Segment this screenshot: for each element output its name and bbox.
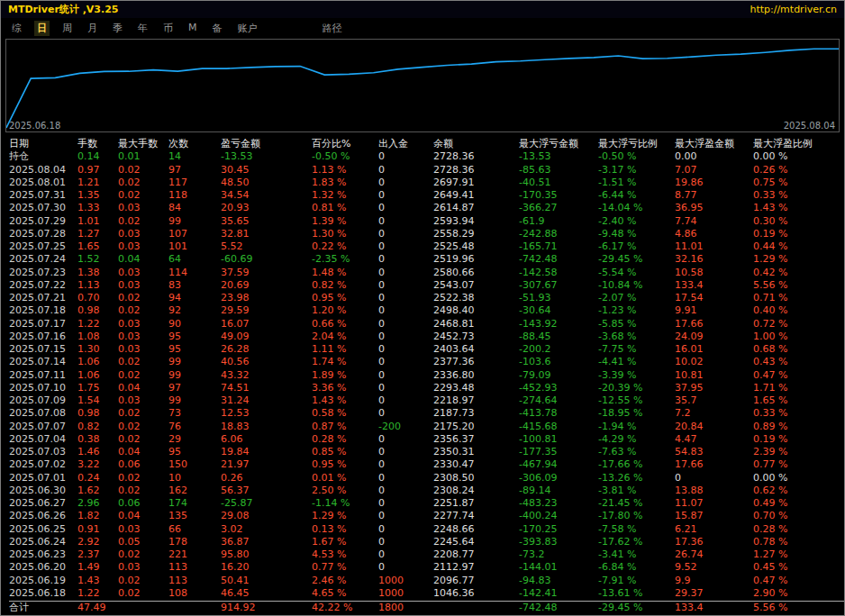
table-cell: -3.39 % xyxy=(598,369,675,382)
table-row[interactable]: 2025.07.031.460.049519.840.85 %02350.31-… xyxy=(9,446,844,458)
table-cell: 101 xyxy=(168,240,221,253)
table-row[interactable]: 2025.07.141.060.029940.561.74 %02377.36-… xyxy=(9,356,844,368)
menu-tab-4[interactable]: 季 xyxy=(110,21,125,36)
table-row[interactable]: 2025.07.311.350.0211834.541.32 %02649.41… xyxy=(9,189,844,202)
table-cell: 1.52 xyxy=(77,253,118,266)
table-cell: 107 xyxy=(168,228,221,240)
table-row[interactable]: 2025.07.281.270.0310732.811.30 %02558.29… xyxy=(9,228,844,240)
table-cell: 1.06 xyxy=(77,356,118,368)
table-row[interactable]: 2025.07.171.220.039016.070.66 %02468.81-… xyxy=(9,318,844,331)
table-row[interactable]: 2025.07.291.010.029935.651.39 %02593.94-… xyxy=(9,215,844,228)
table-cell: 持仓 xyxy=(9,150,77,163)
menu-tab-1[interactable]: 日 xyxy=(34,21,50,36)
table-cell: 2525.48 xyxy=(433,240,519,253)
table-cell: 133.4 xyxy=(675,602,753,613)
table-row[interactable]: 2025.06.242.920.0517836.871.67 %02245.64… xyxy=(9,536,844,548)
table-cell: 37.95 xyxy=(675,382,753,394)
table-cell: 0.02 xyxy=(118,164,168,177)
table-cell: 2218.97 xyxy=(433,394,519,407)
table-row[interactable]: 持仓0.140.0114-13.53-0.50 %02728.36-13.53-… xyxy=(9,150,844,163)
menu-tab-9[interactable]: 账户 xyxy=(235,21,260,36)
table-row[interactable]: 2025.06.301.620.0216256.372.50 %02308.24… xyxy=(9,485,844,497)
table-cell: 95 xyxy=(168,343,221,356)
table-row[interactable]: 2025.06.272.960.06174-25.87-1.14 %02251.… xyxy=(9,497,844,510)
table-cell: 9.52 xyxy=(675,561,753,574)
table-cell: 1.13 % xyxy=(312,164,378,177)
table-row[interactable]: 2025.07.210.700.029423.980.95 %02522.38-… xyxy=(9,292,844,304)
table-row[interactable]: 2025.06.201.490.0311316.200.77 %02112.97… xyxy=(9,561,844,574)
menu-tab-2[interactable]: 周 xyxy=(59,21,75,36)
menu-tab-6[interactable]: 币 xyxy=(160,21,176,36)
menu-tab-7[interactable]: M xyxy=(186,21,200,36)
table-row[interactable]: 2025.07.180.980.029229.591.20 %02498.40-… xyxy=(9,304,844,317)
table-cell: 18.83 xyxy=(221,421,312,433)
table-cell: 0.03 xyxy=(118,279,168,292)
menu-tab-5[interactable]: 年 xyxy=(135,21,150,36)
table-cell: 4.53 % xyxy=(312,548,378,561)
column-header: 余额 xyxy=(433,138,519,150)
table-cell: 13.88 xyxy=(675,485,753,497)
table-row[interactable]: 2025.06.261.820.0413529.081.29 %02277.74… xyxy=(9,510,844,522)
table-cell: 114 xyxy=(168,267,221,279)
table-row[interactable]: 2025.06.191.430.0211350.412.46 %10002096… xyxy=(9,575,844,587)
table-row[interactable]: 2025.07.251.650.031015.520.22 %02525.48-… xyxy=(9,240,844,253)
table-row[interactable]: 2025.07.040.380.02296.060.28 %02356.37-1… xyxy=(9,433,844,446)
equity-chart: 2025.06.18 2025.08.04 xyxy=(5,39,840,132)
table-row[interactable]: 2025.07.080.980.027312.530.58 %02187.73-… xyxy=(9,407,844,420)
table-cell: -13.26 % xyxy=(598,472,675,485)
table-cell: 49.09 xyxy=(221,331,312,343)
table-cell: 118 xyxy=(168,189,221,202)
table-row[interactable]: 2025.06.181.220.0210846.454.65 %10001046… xyxy=(9,587,844,600)
table-cell: 2025.07.30 xyxy=(9,202,77,214)
table-cell: -142.58 xyxy=(519,267,598,279)
table-cell: -17.66 % xyxy=(598,458,675,471)
table-cell: 0 xyxy=(378,202,433,214)
table-row[interactable]: 2025.06.250.910.03663.020.13 %02248.66-1… xyxy=(9,523,844,536)
table-row[interactable]: 2025.07.111.060.029943.321.89 %02336.80-… xyxy=(9,369,844,382)
table-cell: 1.43 % xyxy=(312,394,378,407)
table-row[interactable]: 2025.07.221.130.038320.690.82 %02543.07-… xyxy=(9,279,844,292)
table-cell: -85.63 xyxy=(519,164,598,177)
table-row[interactable]: 2025.08.040.970.029730.451.13 %02728.36-… xyxy=(9,164,844,177)
table-cell: 0.85 % xyxy=(312,446,378,458)
website-link[interactable]: http://mtdriver.cn xyxy=(750,4,837,15)
table-cell: 0.98 xyxy=(77,407,118,420)
table-row[interactable]: 2025.07.241.520.0464-60.69-2.35 %02519.9… xyxy=(9,253,844,266)
table-cell: 2558.29 xyxy=(433,228,519,240)
table-cell: 2025.08.04 xyxy=(9,164,77,177)
table-row[interactable]: 2025.07.010.240.02100.260.01 %02308.50-3… xyxy=(9,472,844,485)
menu-tab-8[interactable]: 备 xyxy=(210,21,225,36)
table-cell: 2025.08.01 xyxy=(9,177,77,189)
table-row[interactable]: 2025.07.070.820.027618.830.87 %-2002175.… xyxy=(9,421,844,433)
table-cell: 84 xyxy=(168,202,221,214)
table-cell: -9.48 % xyxy=(598,228,675,240)
menu-tab-3[interactable]: 月 xyxy=(85,21,100,36)
table-cell: 1.46 xyxy=(77,446,118,458)
table-cell: 0.03 xyxy=(118,318,168,331)
table-cell: 2025.07.29 xyxy=(9,215,77,228)
table-row[interactable]: 2025.06.232.370.0222195.804.53 %02208.77… xyxy=(9,548,844,561)
table-cell: -143.92 xyxy=(519,318,598,331)
table-cell: 2025.07.22 xyxy=(9,279,77,292)
table-row[interactable]: 2025.08.011.210.0211748.501.83 %02697.91… xyxy=(9,177,844,189)
table-cell: -467.94 xyxy=(519,458,598,471)
table-row[interactable]: 2025.07.231.380.0311437.591.48 %02580.66… xyxy=(9,267,844,279)
table-cell: 1.82 xyxy=(77,510,118,522)
path-button[interactable]: 路径 xyxy=(323,22,342,35)
table-cell: 1000 xyxy=(378,575,433,587)
table-row[interactable]: 2025.07.023.220.0615021.970.95 %02330.47… xyxy=(9,458,844,471)
menu-tab-0[interactable]: 综 xyxy=(9,21,24,36)
table-row[interactable]: 2025.07.161.080.039549.092.04 %02452.73-… xyxy=(9,331,844,343)
table-cell: 73 xyxy=(168,407,221,420)
table-row[interactable]: 2025.07.151.300.039526.281.11 %02403.64-… xyxy=(9,343,844,356)
table-row[interactable]: 2025.07.101.750.049774.513.36 %02293.48-… xyxy=(9,382,844,394)
table-cell: 2025.07.18 xyxy=(9,304,77,317)
table-cell: -415.68 xyxy=(519,421,598,433)
table-cell: 2251.87 xyxy=(433,497,519,510)
table-cell: 2614.87 xyxy=(433,202,519,214)
table-row[interactable]: 2025.07.091.540.039931.241.43 %02218.97-… xyxy=(9,394,844,407)
table-row[interactable]: 2025.07.301.330.038420.930.81 %02614.87-… xyxy=(9,202,844,214)
table-cell: 0 xyxy=(378,292,433,304)
table-cell: 2025.06.23 xyxy=(9,548,77,561)
table-cell: 0 xyxy=(378,343,433,356)
